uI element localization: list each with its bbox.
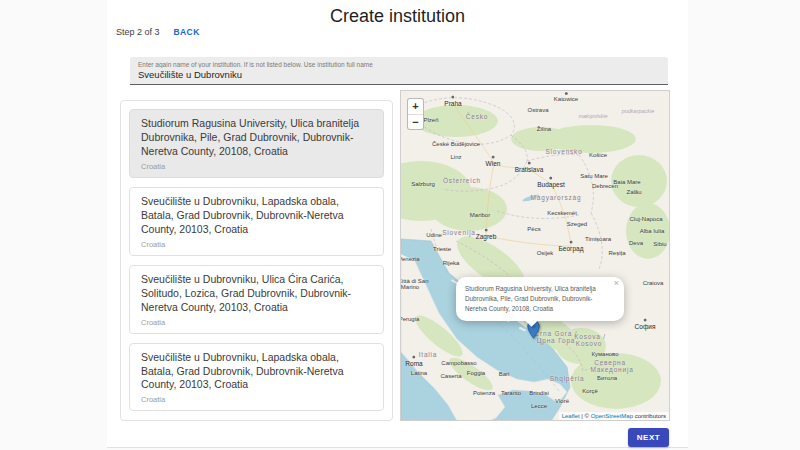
institution-option-3[interactable]: Sveučilište u Dubrovniku, Ulica Ćira Car… bbox=[129, 265, 384, 334]
map-label: Rijeka bbox=[443, 260, 460, 266]
map-label: Reșița bbox=[608, 250, 625, 256]
popup-close-icon[interactable]: × bbox=[614, 278, 619, 288]
map-label: Marino bbox=[401, 284, 419, 290]
map-label: Brindisi bbox=[529, 390, 549, 396]
map-label: Salzburg bbox=[411, 181, 435, 187]
map-label: Foggia bbox=[467, 370, 485, 376]
zoom-in-button[interactable]: + bbox=[408, 99, 423, 114]
zoom-out-button[interactable]: − bbox=[408, 114, 423, 129]
map-label: Bratislava bbox=[515, 166, 544, 173]
map-label: Македонија bbox=[590, 366, 633, 373]
map-label: Linz bbox=[450, 154, 461, 160]
page-background: { "page": { "title": "Create institution… bbox=[0, 0, 800, 450]
institution-name-field[interactable]: Enter again name of your institution. If… bbox=[130, 57, 668, 85]
map-label: Venezia bbox=[400, 256, 420, 262]
map-label: Kosova / bbox=[574, 333, 606, 340]
map-label: Budapest bbox=[537, 181, 564, 188]
institution-option-2[interactable]: Sveučilište u Dubrovniku, Lapadska obala… bbox=[129, 187, 384, 256]
map-label: Deva bbox=[629, 240, 643, 246]
map-label: Praha bbox=[444, 100, 461, 107]
map-label: Taranto bbox=[501, 390, 521, 396]
map-label: Žilina bbox=[537, 126, 551, 132]
map-label: Северна bbox=[594, 359, 626, 366]
leaflet-map[interactable]: PrahaKatowiceOstravaČeskoPlzeňŽilinamało… bbox=[400, 90, 670, 421]
map-label: Zalău bbox=[626, 189, 641, 195]
option-address: Sveučilište u Dubrovniku, Lapadska obala… bbox=[141, 351, 372, 393]
map-zoom-control: + − bbox=[407, 98, 424, 130]
map-label: Куманово bbox=[592, 351, 619, 357]
institution-options-list: Studiorum Ragusina University, Ulica bra… bbox=[120, 100, 393, 421]
map-label: Београд bbox=[559, 245, 584, 252]
option-country: Croatia bbox=[141, 240, 372, 249]
map-label: Alba Iulia bbox=[640, 228, 665, 234]
map-label: Ostrava bbox=[527, 107, 548, 113]
map-label: Österreich bbox=[443, 177, 481, 184]
map-label: Košice bbox=[589, 152, 607, 158]
map-label: Campobasso bbox=[441, 360, 476, 366]
map-label: Udine bbox=[426, 232, 442, 238]
map-label: Česko bbox=[466, 113, 488, 120]
map-label: Trieste bbox=[433, 246, 451, 252]
map-label: Slovenija bbox=[442, 229, 476, 236]
map-label: małopolskie bbox=[578, 113, 607, 119]
map-labels: PrahaKatowiceOstravaČeskoPlzeňŽilinamało… bbox=[401, 91, 669, 421]
map-label: Црна Гора bbox=[537, 337, 576, 344]
institution-option-1[interactable]: Studiorum Ragusina University, Ulica bra… bbox=[129, 109, 384, 178]
attribution-suffix: contributors bbox=[633, 413, 666, 419]
map-label: Битола bbox=[597, 375, 617, 381]
map-label: Sibiu bbox=[653, 241, 666, 247]
map-label: Shqipëria bbox=[550, 375, 585, 382]
map-label: Roma bbox=[405, 360, 422, 367]
map-label: Kosovo bbox=[576, 340, 602, 347]
map-label: Kecskemét bbox=[547, 210, 577, 216]
map-label: Italia bbox=[419, 351, 438, 358]
map-label: Magyarország bbox=[531, 194, 582, 201]
next-button[interactable]: NEXT bbox=[628, 428, 669, 447]
leaflet-link[interactable]: Leaflet bbox=[562, 413, 580, 419]
openstreetmap-link[interactable]: OpenStreetMap bbox=[591, 413, 633, 419]
step-row: Step 2 of 3BACK bbox=[116, 27, 200, 37]
back-link[interactable]: BACK bbox=[174, 27, 200, 37]
option-country: Croatia bbox=[141, 395, 372, 404]
option-address: Sveučilište u Dubrovniku, Lapadska obala… bbox=[141, 195, 372, 237]
map-label: Osijek bbox=[537, 250, 554, 256]
content-card: Create institution Step 2 of 3BACK Enter… bbox=[107, 0, 688, 448]
map-label: Maribor bbox=[470, 212, 490, 218]
option-address: Studiorum Ragusina University, Ulica bra… bbox=[141, 117, 372, 159]
map-label: Potenza bbox=[473, 390, 495, 396]
option-country: Croatia bbox=[141, 318, 372, 327]
map-popup: × Studiorum Ragusina University, Ulica b… bbox=[456, 277, 624, 321]
map-label: Pécs bbox=[527, 226, 540, 232]
map-label: Korçë bbox=[582, 388, 598, 394]
page-title: Create institution bbox=[107, 0, 688, 27]
map-label: Vlorë bbox=[555, 398, 569, 404]
map-label: Baia Mare bbox=[613, 179, 640, 185]
map-label: София bbox=[635, 323, 656, 330]
map-label: Katowice bbox=[554, 96, 578, 102]
map-label: Bari bbox=[499, 371, 510, 377]
map-label: Perugia bbox=[400, 316, 419, 322]
map-label: Timișoara bbox=[585, 236, 611, 242]
map-label: Zagreb bbox=[476, 233, 497, 240]
map-label: Craiova bbox=[643, 280, 664, 286]
map-label: Caserta bbox=[440, 373, 461, 379]
map-label: Szeged bbox=[567, 221, 587, 227]
map-label: Plzeň bbox=[423, 117, 438, 123]
map-label: České Budějovice bbox=[432, 141, 480, 147]
map-label: Latina bbox=[411, 370, 427, 376]
institution-option-4[interactable]: Sveučilište u Dubrovniku, Lapadska obala… bbox=[129, 343, 384, 412]
map-label: podkarpackie bbox=[622, 108, 655, 114]
map-label: Lecce bbox=[531, 403, 547, 409]
map-label: Cluj-Napoca bbox=[629, 216, 662, 222]
map-label: Wien bbox=[486, 160, 501, 167]
popup-address-text: Studiorum Ragusina University, Ulica bra… bbox=[465, 284, 609, 314]
map-label: Slovensko bbox=[545, 148, 582, 155]
option-country: Croatia bbox=[141, 162, 372, 171]
institution-name-label: Enter again name of your institution. If… bbox=[138, 61, 660, 68]
map-label: Satu Mare bbox=[580, 173, 608, 179]
step-label: Step 2 of 3 bbox=[116, 27, 160, 37]
option-address: Sveučilište u Dubrovniku, Ulica Ćira Car… bbox=[141, 273, 372, 315]
map-label: Crna Gora / bbox=[535, 330, 578, 337]
map-attribution: Leaflet | © OpenStreetMap contributors bbox=[559, 412, 669, 420]
institution-name-input[interactable] bbox=[138, 69, 660, 80]
